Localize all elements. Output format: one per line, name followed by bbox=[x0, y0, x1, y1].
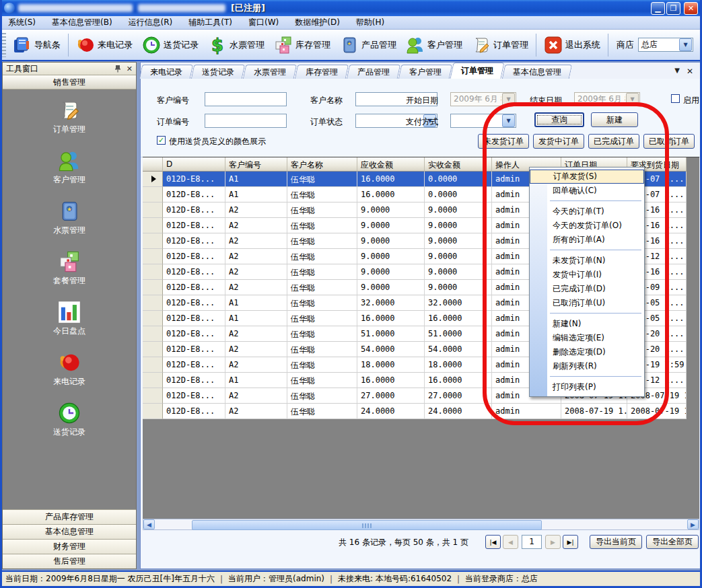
col-receivable[interactable]: 应收金额 bbox=[357, 157, 425, 172]
chevron-down-icon[interactable]: ▼ bbox=[502, 114, 515, 127]
first-page-button[interactable]: |◀ bbox=[485, 535, 501, 549]
menu-help[interactable]: 帮助(H) bbox=[348, 16, 392, 29]
toolbar-exit-button[interactable]: 退出系统 bbox=[539, 33, 605, 57]
unshipped-orders-button[interactable]: 未发货订单 bbox=[478, 134, 529, 149]
toolbar-order-button[interactable]: 订单管理 bbox=[467, 33, 533, 57]
color-display-checkbox[interactable]: ✓ bbox=[157, 136, 166, 145]
pin-icon[interactable] bbox=[114, 65, 121, 73]
sidebar-item-package-mgmt[interactable]: 套餐管理 bbox=[53, 250, 85, 287]
horizontal-scrollbar[interactable]: ◀ ▶ bbox=[143, 519, 699, 530]
context-menu-item[interactable]: 删除选定项(D) bbox=[530, 345, 644, 359]
tab[interactable]: 客户管理 bbox=[398, 65, 452, 79]
tab[interactable]: 基本信息管理 bbox=[502, 65, 572, 79]
customer-no-input[interactable] bbox=[205, 92, 287, 106]
shop-combobox[interactable]: 总店 ▼ bbox=[638, 38, 693, 52]
next-page-button[interactable]: ▶ bbox=[545, 535, 561, 549]
last-page-button[interactable]: ▶| bbox=[563, 535, 578, 549]
sidebar-section-sales[interactable]: 销售管理 bbox=[3, 75, 136, 89]
menu-data-maintain[interactable]: 数据维护(D) bbox=[287, 16, 348, 29]
tab[interactable]: 库存管理 bbox=[295, 65, 349, 79]
tab-list-chevron-icon[interactable]: ▼ bbox=[674, 67, 680, 76]
context-menu-item[interactable]: 发货中订单(I) bbox=[530, 268, 644, 282]
cell-customer-no: A1 bbox=[225, 311, 287, 326]
context-menu-item[interactable]: 今天的发货订单(O) bbox=[530, 219, 644, 233]
new-button[interactable]: 新建 bbox=[591, 112, 638, 127]
sidebar-item-order-mgmt[interactable]: 订单管理 bbox=[53, 99, 85, 135]
customer-no-label: 客户编号 bbox=[157, 95, 189, 106]
tab[interactable]: 水票管理 bbox=[243, 65, 297, 79]
toolbar-grip bbox=[2, 33, 6, 57]
enable-checkbox[interactable] bbox=[671, 94, 680, 103]
context-menu-item[interactable] bbox=[550, 250, 641, 251]
toolbar-product-button[interactable]: ★ 产品管理 bbox=[335, 33, 401, 57]
table-row[interactable]: 012D-E8... A2 伍华聪 24.0000 24.0000 admin … bbox=[143, 404, 687, 419]
close-button[interactable]: ✕ bbox=[684, 2, 698, 15]
minimize-button[interactable]: ▁ bbox=[651, 2, 665, 15]
tab[interactable]: 来电记录 bbox=[139, 65, 193, 79]
menu-basic-info[interactable]: 基本信息管理(B) bbox=[44, 16, 120, 29]
sidebar-item-call-log[interactable]: 来电记录 bbox=[53, 351, 85, 388]
context-menu-item[interactable]: 新建(N) bbox=[530, 317, 644, 331]
page-number-input[interactable]: 1 bbox=[522, 535, 542, 549]
toolbar-customer-button[interactable]: 客户管理 bbox=[401, 33, 467, 57]
scroll-left-arrow-icon[interactable]: ◀ bbox=[143, 519, 155, 529]
tab[interactable]: 送货记录 bbox=[191, 65, 245, 79]
scrollbar-thumb[interactable] bbox=[192, 520, 542, 530]
context-menu-item[interactable] bbox=[550, 313, 641, 314]
cell-operator: admin bbox=[492, 404, 561, 419]
cancelled-orders-button[interactable]: 已取消订单 bbox=[643, 134, 695, 149]
tab-close-icon[interactable]: ✕ bbox=[687, 67, 693, 76]
menu-run-info[interactable]: 运行信息(R) bbox=[120, 16, 181, 29]
tab[interactable]: 产品管理 bbox=[347, 65, 400, 79]
context-menu-item[interactable] bbox=[550, 376, 641, 377]
shipping-orders-button[interactable]: 发货中订单 bbox=[533, 134, 584, 149]
query-button[interactable]: 查询 bbox=[534, 112, 584, 127]
sidebar-item-delivery-log[interactable]: 送货记录 bbox=[53, 402, 85, 438]
context-menu-item[interactable]: 所有的订单(A) bbox=[530, 233, 644, 247]
maximize-button[interactable]: ❒ bbox=[666, 2, 680, 15]
cell-customer-no: A2 bbox=[225, 264, 287, 280]
context-menu-item[interactable]: 已取消订单(U) bbox=[530, 296, 644, 310]
context-menu-item[interactable]: 已完成订单(D) bbox=[530, 282, 644, 296]
tool-window-close-icon[interactable]: ✕ bbox=[127, 65, 133, 73]
toolbar-nav-button[interactable]: 导航条 bbox=[8, 33, 65, 57]
toolbar-call-log-button[interactable]: 来电记录 bbox=[71, 33, 137, 57]
prev-page-button[interactable]: ◀ bbox=[503, 535, 518, 549]
export-all-pages-button[interactable]: 导出全部页 bbox=[646, 535, 699, 549]
sidebar-item-daily-check[interactable]: 今日盘点 bbox=[53, 301, 85, 337]
col-customer-no[interactable]: 客户编号 bbox=[225, 157, 287, 172]
context-menu-item[interactable]: 订单发货(S) bbox=[530, 170, 644, 184]
sidebar-section-finance[interactable]: 财务管理 bbox=[3, 539, 136, 554]
context-menu-item[interactable]: 编辑选定项(E) bbox=[530, 331, 644, 345]
row-selector-cell bbox=[143, 373, 163, 388]
sidebar-item-water-ticket-mgmt[interactable]: ★ 水票管理 bbox=[53, 200, 85, 236]
scroll-right-arrow-icon[interactable]: ▶ bbox=[687, 519, 699, 529]
toolbar-water-ticket-button[interactable]: $ 水票管理 bbox=[203, 33, 269, 57]
sidebar-item-customer-mgmt[interactable]: 客户管理 bbox=[53, 149, 85, 186]
context-menu-item[interactable]: 刷新列表(R) bbox=[530, 359, 644, 373]
tab[interactable]: 订单管理 bbox=[450, 63, 504, 79]
sidebar-section-after-sale[interactable]: 售后管理 bbox=[3, 554, 136, 568]
col-selector[interactable] bbox=[143, 157, 163, 172]
context-menu-item[interactable]: 未发货订单(N) bbox=[530, 254, 644, 268]
order-no-input[interactable] bbox=[205, 114, 287, 128]
status-user: 当前用户：管理员(admin) bbox=[228, 573, 324, 585]
sidebar-section-product-inventory[interactable]: 产品库存管理 bbox=[3, 509, 136, 524]
context-menu-item[interactable]: 打印列表(P) bbox=[530, 380, 644, 394]
toolbar-inventory-button[interactable]: 库存管理 bbox=[269, 33, 335, 57]
menu-system[interactable]: 系统(S) bbox=[0, 16, 44, 29]
col-id[interactable]: D bbox=[163, 157, 225, 172]
sidebar-section-basic-info[interactable]: 基本信息管理 bbox=[3, 524, 136, 539]
pay-method-combobox[interactable]: ▼ bbox=[450, 114, 516, 128]
export-current-page-button[interactable]: 导出当前页 bbox=[590, 535, 642, 549]
menu-tools[interactable]: 辅助工具(T) bbox=[180, 16, 240, 29]
context-menu-item[interactable] bbox=[550, 200, 641, 202]
context-menu-item[interactable]: 今天的订单(T) bbox=[530, 205, 644, 219]
col-customer-name[interactable]: 客户名称 bbox=[287, 157, 357, 172]
menu-window[interactable]: 窗口(W) bbox=[240, 16, 287, 29]
col-received[interactable]: 实收金额 bbox=[425, 157, 492, 172]
completed-orders-button[interactable]: 已完成订单 bbox=[588, 134, 639, 149]
toolbar-delivery-log-button[interactable]: 送货记录 bbox=[137, 33, 203, 57]
chevron-down-icon[interactable]: ▼ bbox=[679, 38, 692, 51]
context-menu-item[interactable]: 回单确认(C) bbox=[530, 184, 644, 198]
